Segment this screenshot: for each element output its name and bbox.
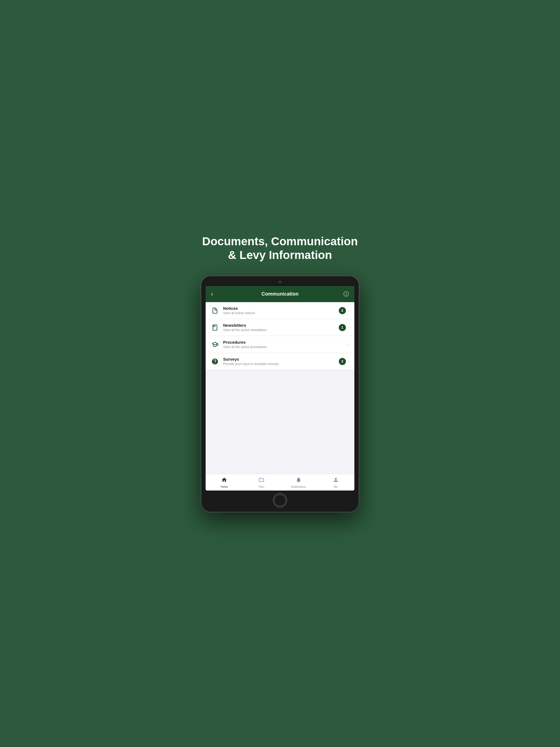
newsletters-badge: 1 [339, 324, 346, 331]
back-button[interactable]: ‹ [211, 291, 219, 298]
surveys-text: Surveys Provide your input to avaiable s… [223, 357, 339, 366]
tablet-screen: ‹ Communication ⓘ Notices View all activ… [206, 286, 354, 491]
newsletters-text: Newsletters View all the active newslett… [223, 323, 339, 332]
tablet-camera [279, 281, 281, 283]
tablet-home-inner [275, 495, 285, 506]
nav-home[interactable]: Home [216, 477, 232, 488]
notices-right: 2 › [339, 307, 350, 314]
surveys-right: 3 › [339, 358, 350, 365]
notices-title: Notices [223, 306, 339, 311]
screen-title: Communication [219, 291, 341, 297]
notifications-icon [296, 477, 302, 485]
procedures-chevron: › [348, 342, 350, 347]
notifications-label: Notifications [291, 485, 306, 488]
content-area [206, 370, 354, 474]
procedures-right: › [348, 342, 350, 347]
me-icon [333, 477, 339, 485]
nav-files[interactable]: Files [253, 477, 270, 488]
newsletters-title: Newsletters [223, 323, 339, 328]
menu-list: Notices View all active notices 2 › News… [206, 302, 354, 370]
notices-item[interactable]: Notices View all active notices 2 › [206, 302, 354, 319]
procedures-subtitle: View all the active procedures [223, 345, 348, 349]
newsletters-right: 1 › [339, 324, 350, 331]
nav-notifications[interactable]: Notifications [290, 477, 307, 488]
surveys-icon [210, 357, 219, 366]
home-label: Home [221, 485, 228, 488]
surveys-subtitle: Provide your input to avaiable surveys [223, 362, 339, 366]
surveys-badge: 3 [339, 358, 346, 365]
page-heading: Documents, Communication & Levy Informat… [202, 235, 358, 262]
newsletters-icon [210, 323, 219, 332]
notices-chevron: › [348, 308, 350, 313]
home-icon [221, 477, 227, 485]
surveys-item[interactable]: Surveys Provide your input to avaiable s… [206, 353, 354, 370]
procedures-text: Procedures View all the active procedure… [223, 340, 348, 349]
notices-icon [210, 306, 219, 315]
procedures-title: Procedures [223, 340, 348, 344]
notices-subtitle: View all active notices [223, 311, 339, 315]
newsletters-item[interactable]: Newsletters View all the active newslett… [206, 319, 354, 336]
surveys-chevron: › [348, 359, 350, 364]
tablet-device: ‹ Communication ⓘ Notices View all activ… [201, 276, 359, 512]
app-header: ‹ Communication ⓘ [206, 286, 354, 302]
me-label: Me [334, 485, 338, 488]
procedures-icon [210, 340, 219, 349]
surveys-title: Surveys [223, 357, 339, 361]
notices-text: Notices View all active notices [223, 306, 339, 315]
procedures-item[interactable]: Procedures View all the active procedure… [206, 336, 354, 353]
nav-me[interactable]: Me [328, 477, 344, 488]
bottom-nav: Home Files Notifications [206, 474, 354, 491]
files-label: Files [258, 485, 264, 488]
newsletters-chevron: › [348, 325, 350, 330]
info-button[interactable]: ⓘ [341, 290, 349, 298]
files-icon [258, 477, 264, 485]
newsletters-subtitle: View all the active newsletters [223, 328, 339, 332]
notices-badge: 2 [339, 307, 346, 314]
tablet-home-button[interactable] [273, 493, 287, 508]
